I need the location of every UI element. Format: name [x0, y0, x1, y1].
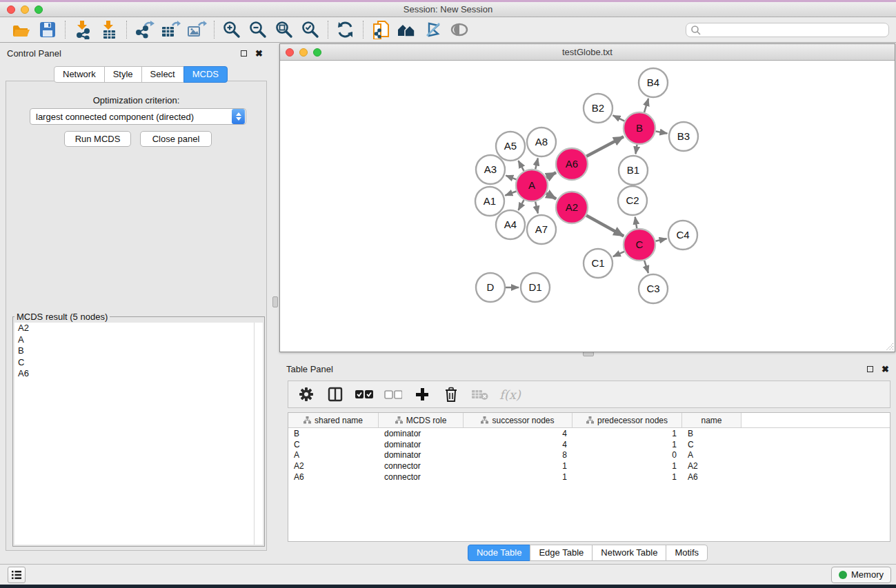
import-table-button[interactable] — [96, 19, 122, 41]
graph-node-C2[interactable]: C2 — [618, 186, 647, 215]
graph-node-A4[interactable]: A4 — [496, 210, 525, 239]
delete-table-button[interactable] — [470, 385, 490, 404]
refresh-layout-button[interactable] — [332, 19, 359, 41]
graph-node-A7[interactable]: A7 — [527, 215, 556, 244]
graph-node-A3[interactable]: A3 — [476, 155, 505, 184]
select-all-columns-button[interactable] — [355, 385, 374, 404]
network-canvas[interactable]: B4B2BB3A8A5A6A3B1AC2A1A2A4A7C4CC1DD1C3 — [280, 61, 895, 352]
graph-node-A2[interactable]: A2 — [556, 192, 588, 223]
graph-edge-B-B4[interactable] — [644, 99, 648, 112]
delete-columns-button[interactable] — [441, 385, 461, 404]
task-history-button[interactable] — [8, 567, 26, 583]
table-row[interactable]: A6connector11A6 — [288, 472, 890, 483]
table-settings-button[interactable] — [297, 385, 316, 404]
graph-node-A6[interactable]: A6 — [556, 148, 588, 180]
table-row[interactable]: Adominator80A — [288, 450, 890, 461]
tab-motifs[interactable]: Motifs — [666, 545, 708, 561]
export-network-button[interactable] — [131, 19, 157, 41]
graph-node-B3[interactable]: B3 — [669, 122, 698, 151]
graph-edge-B-B2[interactable] — [613, 115, 625, 121]
graph-node-C[interactable]: C — [624, 229, 655, 261]
float-table-panel-icon[interactable] — [867, 366, 873, 372]
graph-edge-C-C3[interactable] — [644, 261, 648, 273]
graph-edge-B-B3[interactable] — [656, 131, 668, 133]
zoom-out-button[interactable] — [245, 19, 271, 41]
column-header-successor-nodes[interactable]: successor nodes — [464, 413, 573, 427]
tab-select[interactable]: Select — [141, 66, 184, 83]
graph-edge-C-C2[interactable] — [635, 217, 637, 229]
graph-node-C1[interactable]: C1 — [584, 249, 613, 278]
list-scrollbar[interactable] — [254, 323, 263, 545]
mcds-result-item[interactable]: A — [14, 334, 263, 346]
close-table-panel-icon[interactable]: ✖ — [882, 366, 889, 372]
import-network-button[interactable] — [70, 19, 96, 41]
open-session-button[interactable] — [8, 19, 34, 41]
tab-style[interactable]: Style — [104, 66, 142, 83]
graph-node-C3[interactable]: C3 — [639, 274, 668, 303]
tab-mcds[interactable]: MCDS — [183, 66, 228, 83]
zoom-fit-button[interactable] — [271, 19, 297, 41]
graph-edge-A-A2[interactable] — [546, 194, 556, 199]
new-network-from-selection-button[interactable] — [368, 19, 394, 41]
table-row[interactable]: A2connector11A2 — [288, 460, 890, 472]
close-panel-button[interactable]: Close panel — [140, 131, 212, 147]
graph-edge-A-A7[interactable] — [535, 201, 538, 213]
first-neighbors-button[interactable] — [394, 19, 420, 41]
toggle-panel-columns-button[interactable] — [326, 385, 345, 404]
hide-selected-button[interactable] — [420, 19, 446, 41]
tab-node-table[interactable]: Node Table — [468, 545, 531, 561]
graph-node-B4[interactable]: B4 — [639, 68, 668, 97]
float-panel-icon[interactable] — [241, 50, 247, 57]
graph-node-D[interactable]: D — [476, 273, 505, 302]
resize-grip-icon[interactable] — [886, 343, 894, 351]
graph-edge-C-C1[interactable] — [613, 252, 624, 256]
graph-edge-A-A3[interactable] — [506, 176, 516, 180]
tab-network[interactable]: Network — [54, 66, 105, 83]
graph-node-D1[interactable]: D1 — [521, 273, 550, 302]
tab-edge-table[interactable]: Edge Table — [530, 545, 593, 561]
zoom-in-button[interactable] — [219, 19, 245, 41]
close-panel-icon[interactable]: ✖ — [255, 50, 263, 57]
criterion-dropdown[interactable]: largest connected component (directed) — [30, 108, 246, 125]
graph-edge-B-B1[interactable] — [636, 145, 637, 154]
toolbar-search[interactable] — [686, 23, 889, 37]
save-session-button[interactable] — [34, 19, 61, 41]
horizontal-splitter-handle[interactable] — [583, 352, 594, 356]
column-header-predecessor-nodes[interactable]: predecessor nodes — [573, 413, 682, 427]
mcds-result-item[interactable]: C — [14, 357, 263, 369]
graph-edge-A6-B[interactable] — [586, 136, 624, 156]
graph-edge-A2-C[interactable] — [586, 216, 624, 236]
graph-edge-A-A8[interactable] — [535, 158, 538, 169]
deselect-all-columns-button[interactable] — [384, 385, 403, 404]
graph-edge-A-A6[interactable] — [546, 172, 556, 177]
table-row[interactable]: Cdominator41C — [288, 439, 890, 450]
graph-node-A1[interactable]: A1 — [475, 187, 504, 216]
export-table-button[interactable] — [157, 19, 183, 41]
mcds-result-item[interactable]: B — [14, 345, 263, 357]
column-header-shared-name[interactable]: shared name — [288, 413, 379, 427]
graph-node-B1[interactable]: B1 — [619, 156, 648, 185]
mcds-result-item[interactable]: A6 — [14, 368, 263, 380]
graph-node-B2[interactable]: B2 — [584, 94, 613, 123]
graph-edge-A-A5[interactable] — [518, 161, 524, 171]
export-image-button[interactable] — [183, 19, 210, 41]
column-header-name[interactable]: name — [682, 413, 741, 427]
vertical-splitter-handle[interactable] — [272, 296, 278, 307]
column-header-MCDS-role[interactable]: MCDS role — [379, 413, 464, 427]
tab-network-table[interactable]: Network Table — [592, 545, 666, 561]
table-row[interactable]: Bdominator41B — [288, 428, 890, 439]
show-all-button[interactable] — [446, 19, 472, 41]
graph-node-C4[interactable]: C4 — [668, 221, 697, 250]
run-mcds-button[interactable]: Run MCDS — [64, 131, 131, 147]
add-column-button[interactable] — [412, 385, 432, 404]
search-input[interactable] — [701, 26, 888, 35]
function-builder-button[interactable]: f(x) — [499, 385, 521, 404]
graph-edge-C-C4[interactable] — [655, 239, 666, 241]
memory-button[interactable]: Memory — [831, 567, 891, 583]
graph-node-A[interactable]: A — [516, 170, 548, 201]
graph-node-A8[interactable]: A8 — [527, 128, 556, 156]
graph-edge-A-A1[interactable] — [505, 191, 516, 195]
graph-edge-A-A4[interactable] — [518, 200, 524, 210]
zoom-selected-button[interactable] — [297, 19, 323, 41]
graph-node-B[interactable]: B — [624, 112, 655, 144]
